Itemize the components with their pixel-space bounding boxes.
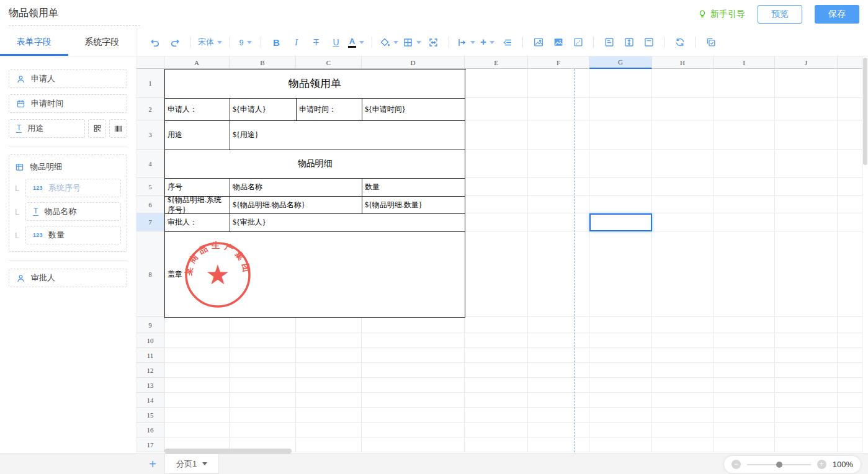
cell-A5[interactable]: 序号 xyxy=(165,179,230,197)
align-button[interactable] xyxy=(455,34,477,51)
field-item-name[interactable]: T 物品名称 xyxy=(25,202,121,221)
stamp-image[interactable]: 某商品生产集团 ★ xyxy=(184,241,252,309)
cell-B7-merged[interactable]: ${审批人} xyxy=(230,214,465,232)
stamp-button[interactable] xyxy=(568,34,588,51)
beginner-guide-link[interactable]: 新手引导 xyxy=(697,9,745,20)
row-height-button[interactable] xyxy=(619,34,638,51)
column-header-H[interactable]: H xyxy=(652,56,714,69)
row-header-6[interactable]: 6 xyxy=(136,196,164,213)
field-approver[interactable]: 审批人 xyxy=(9,269,127,287)
cell-D6[interactable]: ${物品明细.数量} xyxy=(362,197,465,214)
row-header-14[interactable]: 14 xyxy=(136,393,164,408)
field-apply-time[interactable]: 申请时间 xyxy=(9,94,127,113)
field-purpose[interactable]: T 用途 xyxy=(9,119,85,138)
bold-button[interactable]: B xyxy=(267,34,286,51)
font-family-value: 宋体 xyxy=(198,37,214,48)
qrcode-button[interactable] xyxy=(88,119,106,138)
field-applicant[interactable]: 申请人 xyxy=(9,69,127,88)
add-sheet-button[interactable]: + xyxy=(145,456,161,472)
cell-C2[interactable]: 申请时间： xyxy=(297,99,362,121)
zoom-slider[interactable] xyxy=(747,464,811,465)
row-header-13[interactable]: 13 xyxy=(136,378,164,393)
cell-A6[interactable]: ${物品明细.系统序号} xyxy=(165,197,230,214)
row-header-16[interactable]: 16 xyxy=(136,423,164,437)
refresh-button[interactable] xyxy=(670,34,689,51)
merge-cells-button[interactable] xyxy=(424,34,443,51)
toolbar: 宋体 9 B I T U A + xyxy=(136,29,868,56)
page-margin-button[interactable] xyxy=(639,34,658,51)
font-size-select[interactable]: 9 xyxy=(236,34,255,51)
preview-button[interactable]: 预览 xyxy=(758,5,802,24)
row-header-5[interactable]: 5 xyxy=(136,178,164,196)
column-header-D[interactable]: D xyxy=(362,56,465,69)
field-quantity[interactable]: 123 数量 xyxy=(25,226,121,244)
zoom-slider-handle[interactable] xyxy=(776,462,782,468)
save-button[interactable]: 保存 xyxy=(815,5,859,24)
zoom-out-button[interactable]: − xyxy=(732,460,741,469)
cell-B6-merged[interactable]: ${物品明细.物品名称} xyxy=(230,197,362,214)
italic-button[interactable]: I xyxy=(287,34,306,51)
selected-cell[interactable] xyxy=(589,213,652,231)
sheet-tab-label: 分页1 xyxy=(176,458,197,470)
strikethrough-button[interactable]: T xyxy=(306,34,326,51)
doc-settings-button[interactable] xyxy=(599,34,619,51)
row-header-8[interactable]: 8 xyxy=(136,231,164,317)
undo-button[interactable] xyxy=(145,34,164,51)
user-icon xyxy=(16,274,25,283)
column-header-A[interactable]: A xyxy=(164,56,230,69)
barcode-button[interactable] xyxy=(109,119,127,138)
column-header-J[interactable]: J xyxy=(775,56,838,69)
field-group-item-detail[interactable]: 物品明细 L 123 系统序号 L T 物品名称 xyxy=(9,154,127,252)
horizontal-scrollbar-thumb[interactable] xyxy=(164,449,292,454)
column-header-C[interactable]: C xyxy=(296,56,362,69)
cell-A1-form-title[interactable]: 物品领用单 xyxy=(165,69,465,99)
row-header-11[interactable]: 11 xyxy=(136,348,164,363)
row-header-2[interactable]: 2 xyxy=(136,98,164,120)
tab-system-fields[interactable]: 系统字段 xyxy=(68,29,136,56)
fill-color-button[interactable] xyxy=(378,34,400,51)
column-header-F[interactable]: F xyxy=(528,56,589,69)
column-header-I[interactable]: I xyxy=(714,56,775,69)
insert-button[interactable]: + xyxy=(478,34,497,51)
cell-D2[interactable]: ${申请时间} xyxy=(362,99,465,121)
copy-sheet-button[interactable] xyxy=(701,34,720,51)
column-header-B[interactable]: B xyxy=(230,56,296,69)
row-header-1[interactable]: 1 xyxy=(136,69,164,98)
field-system-serial[interactable]: 123 系统序号 xyxy=(25,179,121,197)
font-family-select[interactable]: 宋体 xyxy=(196,34,224,51)
cell-A7[interactable]: 审批人： xyxy=(165,214,230,232)
row-header-10[interactable]: 10 xyxy=(136,333,164,348)
row-header-7[interactable]: 7 xyxy=(136,213,164,231)
row-header-9[interactable]: 9 xyxy=(136,317,164,333)
cell-B5-merged[interactable]: 物品名称 xyxy=(230,179,362,197)
insert-image-button[interactable] xyxy=(529,34,548,51)
cell-B3-merged[interactable]: ${用途} xyxy=(230,121,465,150)
cell-D5[interactable]: 数量 xyxy=(362,179,465,197)
vertical-scrollbar-thumb[interactable] xyxy=(863,58,867,165)
cell-A3[interactable]: 用途 xyxy=(165,121,230,150)
zoom-in-button[interactable]: + xyxy=(817,460,826,469)
column-header-overflow[interactable] xyxy=(838,56,862,69)
cell-A4-section-title[interactable]: 物品明细 xyxy=(165,150,465,179)
row-header-4[interactable]: 4 xyxy=(136,150,164,178)
cell-A2[interactable]: 申请人： xyxy=(165,99,230,121)
row-header-12[interactable]: 12 xyxy=(136,363,164,378)
background-image-button[interactable] xyxy=(548,34,568,51)
borders-button[interactable] xyxy=(401,34,423,51)
tree-connector: L xyxy=(15,207,22,217)
column-header-E[interactable]: E xyxy=(465,56,528,69)
underline-button[interactable]: U xyxy=(326,34,346,51)
chevron-down-icon xyxy=(470,41,475,44)
row-header-15[interactable]: 15 xyxy=(136,408,164,423)
redo-button[interactable] xyxy=(165,34,184,51)
document-title[interactable]: 物品领用单 xyxy=(9,7,140,26)
font-color-button[interactable]: A xyxy=(346,34,366,51)
column-header-G[interactable]: G xyxy=(589,56,652,69)
row-header-17[interactable]: 17 xyxy=(136,437,164,452)
tab-form-fields[interactable]: 表单字段 xyxy=(0,29,68,56)
sheet-tab[interactable]: 分页1 xyxy=(164,454,219,474)
cell-B2[interactable]: ${申请人} xyxy=(230,99,297,121)
row-header-3[interactable]: 3 xyxy=(136,120,164,150)
user-icon xyxy=(16,74,25,84)
outdent-button[interactable] xyxy=(498,34,517,51)
